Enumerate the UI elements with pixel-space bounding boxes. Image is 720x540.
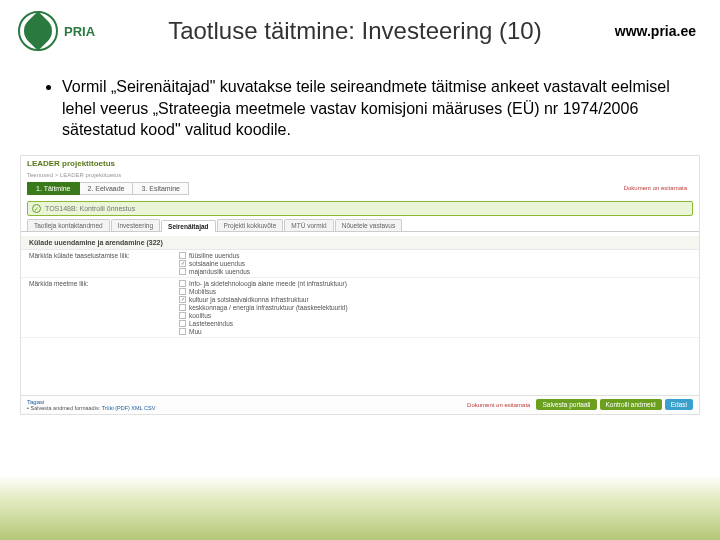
checkbox-option[interactable]: keskkonnaga / energia infrastruktuur (ta… — [179, 304, 691, 311]
description-block: Vormil „Seirenäitajad" kuvatakse teile s… — [0, 58, 720, 151]
checkbox-icon — [179, 252, 186, 259]
step-2[interactable]: 2. Eelvaade — [80, 182, 134, 195]
doc-status-footer: Dokument on esitamata — [467, 402, 530, 408]
checkbox-option[interactable]: majanduslik uuendus — [179, 268, 691, 275]
save-button[interactable]: Salvesta portaali — [536, 399, 596, 410]
check-button[interactable]: Kontrolli andmeid — [600, 399, 662, 410]
form-row-type: Märkida külade taaselustamise liik: füüs… — [21, 250, 699, 278]
checkbox-option[interactable]: Lasteteenindus — [179, 320, 691, 327]
bullet-text: Vormil „Seirenäitajad" kuvatakse teile s… — [62, 76, 680, 141]
step-1[interactable]: 1. Täitmine — [27, 182, 80, 195]
row-label: Märkida meetme liik: — [29, 280, 179, 287]
tab-contacts[interactable]: Taotleja kontaktandmed — [27, 219, 110, 231]
validation-banner: ✓ TOS148B: Kontrolli õnnestus — [27, 201, 693, 216]
check-icon: ✓ — [32, 204, 41, 213]
tab-bar: Taotleja kontaktandmed Investeering Seir… — [21, 219, 699, 232]
checkbox-option[interactable]: Muu — [179, 328, 691, 335]
tab-investment[interactable]: Investeering — [111, 219, 160, 231]
tab-compliance[interactable]: Nõuetele vastavus — [335, 219, 402, 231]
portal-title: LEADER projektitoetus — [21, 156, 699, 171]
checkbox-option[interactable]: füüsiline uuendus — [179, 252, 691, 259]
checkbox-option[interactable]: ✓kultuur ja sotsiaalvaldkonna infrastruk… — [179, 296, 691, 303]
logo-icon — [18, 11, 58, 51]
form-row-measure: Märkida meetme liik: Info- ja sidetehnol… — [21, 278, 699, 338]
checkbox-icon — [179, 268, 186, 275]
site-url: www.pria.ee — [615, 23, 702, 39]
validation-text: TOS148B: Kontrolli õnnestus — [45, 205, 135, 212]
step-3[interactable]: 3. Esitamine — [133, 182, 189, 195]
section-heading: Külade uuendamine ja arendamine (322) — [21, 236, 699, 250]
next-button[interactable]: Edasi — [665, 399, 693, 410]
checkbox-option[interactable]: Info- ja sidetehnoloogia alane meede (nt… — [179, 280, 691, 287]
checkbox-icon: ✓ — [179, 260, 186, 267]
row-label: Märkida külade taaselustamise liik: — [29, 252, 179, 259]
checkbox-icon — [179, 328, 186, 335]
slide-header: PRIA Taotluse täitmine: Investeering (10… — [0, 0, 720, 58]
checkbox-option[interactable]: koolitus — [179, 312, 691, 319]
page-title: Taotluse täitmine: Investeering (10) — [95, 17, 615, 45]
step-wizard: 1. Täitmine 2. Eelvaade 3. Esitamine Dok… — [21, 179, 699, 198]
tab-monitoring[interactable]: Seirenäitajad — [161, 220, 215, 232]
checkbox-option[interactable]: ✓sotsiaalne uuendus — [179, 260, 691, 267]
breadcrumb: Teenused > LEADER projektitoetus — [21, 171, 699, 179]
tab-summary[interactable]: Projekti kokkuvõte — [217, 219, 284, 231]
checkbox-icon — [179, 304, 186, 311]
logo-text: PRIA — [64, 24, 95, 39]
doc-status: Dokument on esitamata — [624, 185, 693, 191]
checkbox-icon — [179, 288, 186, 295]
logo: PRIA — [18, 11, 95, 51]
embedded-screenshot: LEADER projektitoetus Teenused > LEADER … — [20, 155, 700, 415]
tab-mtu[interactable]: MTÜ vormid — [284, 219, 333, 231]
form-footer: Tagasi • Salvesta andmed formaadis: Trük… — [21, 395, 699, 414]
checkbox-icon — [179, 280, 186, 287]
checkbox-icon — [179, 312, 186, 319]
export-formats[interactable]: Trüki (PDF) XML CSV — [102, 405, 156, 411]
checkbox-option[interactable]: Mobiilsus — [179, 288, 691, 295]
checkbox-icon: ✓ — [179, 296, 186, 303]
checkbox-icon — [179, 320, 186, 327]
